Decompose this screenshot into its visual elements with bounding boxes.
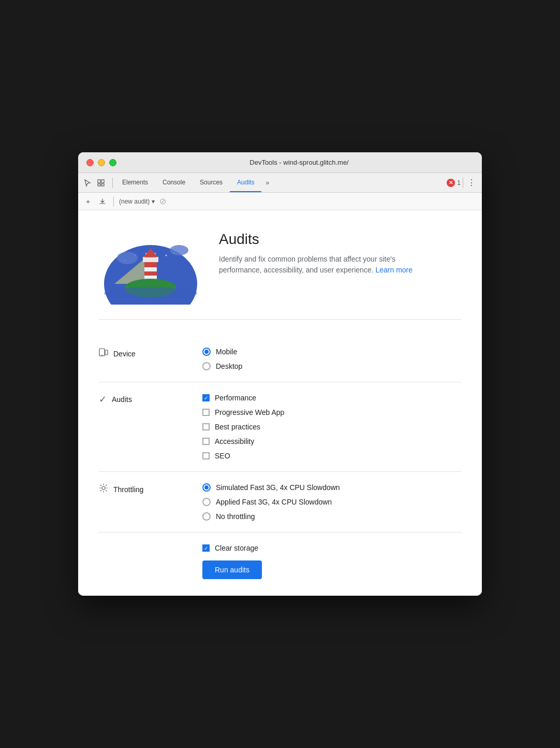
title-bar: DevTools - wind-sprout.glitch.me/	[78, 152, 482, 173]
audit-performance-checkbox[interactable]: ✓	[202, 394, 210, 401]
throttling-simulated-option[interactable]: Simulated Fast 3G, 4x CPU Slowdown	[202, 483, 461, 492]
audit-seo-checkbox[interactable]	[202, 452, 210, 459]
tab-elements[interactable]: Elements	[115, 173, 155, 192]
svg-point-7	[160, 241, 162, 243]
toolbar-icons	[82, 178, 106, 188]
device-label: Device	[99, 348, 182, 359]
inspect-icon[interactable]	[96, 178, 106, 188]
hero-description: Identify and fix common problems that af…	[219, 254, 416, 276]
sub-divider	[113, 196, 114, 207]
throttling-none-radio[interactable]	[202, 512, 211, 521]
audit-selector[interactable]: (new audit) ▾	[119, 198, 155, 205]
tab-console[interactable]: Console	[155, 173, 193, 192]
device-section: Device Mobile Desktop	[99, 336, 461, 382]
device-desktop-option[interactable]: Desktop	[202, 362, 461, 370]
svg-point-28	[102, 486, 105, 490]
audit-accessibility-option[interactable]: Accessibility	[202, 437, 461, 445]
run-audits-button[interactable]: Run audits	[202, 560, 262, 579]
throttling-none-option[interactable]: No throttling	[202, 512, 461, 521]
svg-rect-25	[99, 349, 105, 356]
svg-point-6	[140, 239, 141, 241]
device-desktop-radio[interactable]	[202, 362, 211, 370]
audit-best-practices-option[interactable]: Best practices	[202, 423, 461, 431]
throttling-applied-option[interactable]: Applied Fast 3G, 4x CPU Slowdown	[202, 498, 461, 506]
error-count: 1	[457, 179, 461, 186]
device-mobile-option[interactable]: Mobile	[202, 348, 461, 356]
chevron-down-icon: ▾	[152, 198, 155, 205]
devtools-window: DevTools - wind-sprout.glitch.me/ El	[78, 152, 482, 596]
tab-audits[interactable]: Audits	[230, 173, 261, 192]
more-tabs-button[interactable]: »	[261, 173, 273, 192]
add-audit-button[interactable]: +	[82, 196, 94, 207]
throttling-label: Throttling	[99, 483, 182, 495]
svg-rect-2	[98, 184, 100, 186]
svg-point-13	[117, 252, 138, 264]
sub-toolbar: + (new audit) ▾ ⊘	[78, 193, 482, 210]
hero-section: Audits Identify and fix common problems …	[99, 227, 461, 320]
throttling-options: Simulated Fast 3G, 4x CPU Slowdown Appli…	[202, 483, 461, 521]
nav-toolbar: Elements Console Sources Audits » ✕ 1 ⋮	[78, 173, 482, 193]
svg-rect-1	[101, 180, 104, 183]
bottom-section: ✓ Clear storage Run audits	[99, 533, 461, 579]
svg-point-24	[104, 287, 197, 299]
kebab-menu-button[interactable]: ⋮	[465, 178, 478, 188]
traffic-lights	[86, 159, 116, 166]
toolbar-divider-2	[463, 178, 463, 188]
svg-rect-17	[144, 267, 157, 271]
main-content: Audits Identify and fix common problems …	[78, 210, 482, 596]
device-icon	[99, 348, 108, 359]
audit-seo-option[interactable]: SEO	[202, 452, 461, 460]
window-title: DevTools - wind-sprout.glitch.me/	[125, 159, 474, 166]
download-button[interactable]	[97, 196, 108, 207]
audit-performance-option[interactable]: ✓ Performance	[202, 394, 461, 402]
svg-rect-3	[101, 184, 104, 186]
hero-text: Audits Identify and fix common problems …	[219, 227, 416, 276]
throttling-simulated-radio[interactable]	[202, 483, 211, 492]
close-button[interactable]	[86, 159, 94, 166]
audit-pwa-option[interactable]: Progressive Web App	[202, 408, 461, 416]
svg-point-14	[170, 245, 188, 255]
audit-pwa-checkbox[interactable]	[202, 409, 210, 416]
svg-point-12	[166, 255, 167, 256]
lighthouse-illustration	[99, 227, 202, 305]
stop-button[interactable]: ⊘	[158, 197, 167, 206]
audits-label: ✓ Audits	[99, 394, 182, 405]
clear-storage-option[interactable]: ✓ Clear storage	[202, 544, 461, 552]
hero-title: Audits	[219, 231, 416, 248]
checkmark-icon: ✓	[99, 394, 107, 405]
gear-icon	[99, 483, 108, 495]
audits-options: ✓ Performance Progressive Web App Best p…	[202, 394, 461, 460]
maximize-button[interactable]	[109, 159, 116, 166]
clear-storage-checkbox[interactable]: ✓	[202, 544, 210, 552]
learn-more-link[interactable]: Learn more	[375, 266, 412, 274]
device-options: Mobile Desktop	[202, 348, 461, 370]
throttling-applied-radio[interactable]	[202, 498, 211, 506]
select-tool-icon[interactable]	[82, 178, 93, 188]
svg-rect-27	[105, 350, 108, 355]
error-icon: ✕	[447, 179, 455, 187]
svg-rect-0	[98, 180, 100, 183]
audit-best-practices-checkbox[interactable]	[202, 423, 210, 430]
tab-sources[interactable]: Sources	[193, 173, 230, 192]
audit-accessibility-checkbox[interactable]	[202, 438, 210, 445]
toolbar-divider	[112, 178, 113, 188]
error-badge: ✕ 1	[447, 179, 461, 187]
nav-tabs: Elements Console Sources Audits »	[115, 173, 447, 192]
device-mobile-radio[interactable]	[202, 348, 211, 356]
audits-section: ✓ Audits ✓ Performance Progressive Web A…	[99, 382, 461, 472]
minimize-button[interactable]	[98, 159, 105, 166]
throttling-section: Throttling Simulated Fast 3G, 4x CPU Slo…	[99, 472, 461, 533]
svg-point-5	[129, 247, 131, 249]
